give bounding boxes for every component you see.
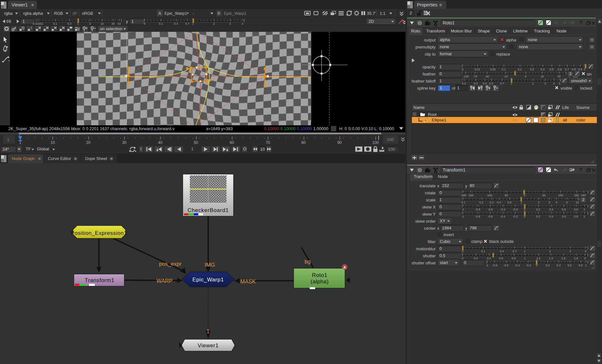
svg-text:IMG: IMG [205, 262, 215, 268]
svg-text:MASK: MASK [240, 279, 256, 285]
svg-text:Roto1: Roto1 [312, 272, 327, 278]
svg-text:Position_Expression1: Position_Expression1 [71, 230, 127, 236]
svg-text:WARP: WARP [156, 278, 173, 284]
svg-text:CheckerBoard1: CheckerBoard1 [188, 207, 229, 213]
svg-text:(alpha): (alpha) [311, 279, 329, 285]
svg-text:Viewer1: Viewer1 [198, 342, 218, 349]
svg-text:1: 1 [207, 329, 209, 334]
svg-text:A: A [343, 265, 346, 269]
svg-text:pos_expr: pos_expr [159, 261, 181, 267]
svg-text:Transform1: Transform1 [85, 277, 114, 283]
svg-text:bg: bg [305, 259, 311, 265]
svg-text:Epic_Warp1: Epic_Warp1 [192, 277, 224, 283]
